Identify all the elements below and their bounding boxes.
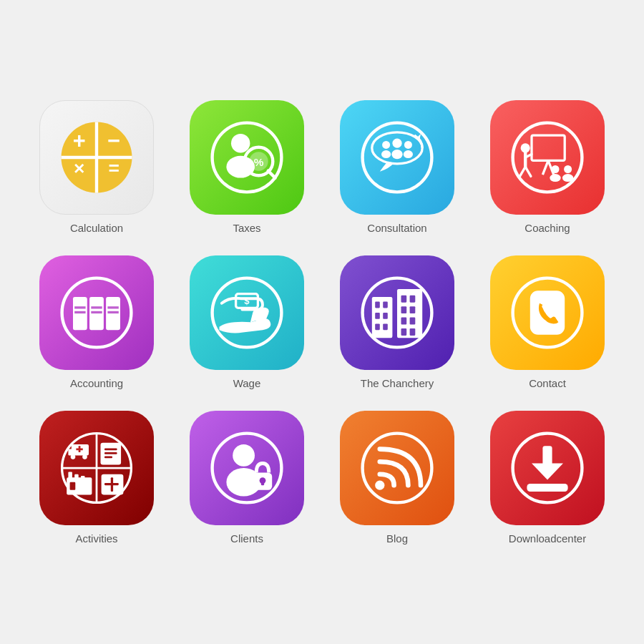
svg-line-13 bbox=[268, 170, 275, 177]
svg-point-98 bbox=[363, 433, 432, 502]
svg-point-34 bbox=[564, 165, 572, 173]
svg-rect-38 bbox=[73, 297, 77, 330]
svg-rect-97 bbox=[261, 480, 264, 485]
app-item-accounting[interactable]: Accounting bbox=[32, 255, 161, 389]
app-item-taxes[interactable]: % Taxes bbox=[182, 100, 311, 234]
icon-taxes[interactable]: % bbox=[190, 100, 304, 215]
app-item-downloadcenter[interactable]: Downloadcenter bbox=[483, 411, 612, 545]
label-downloadcenter: Downloadcenter bbox=[509, 532, 586, 545]
svg-rect-46 bbox=[106, 297, 110, 330]
svg-line-30 bbox=[520, 167, 526, 176]
svg-rect-75 bbox=[68, 449, 74, 455]
svg-text:×: × bbox=[74, 157, 84, 179]
label-wage: Wage bbox=[233, 377, 261, 389]
svg-point-8 bbox=[231, 134, 250, 152]
svg-point-21 bbox=[404, 140, 412, 148]
svg-rect-24 bbox=[532, 135, 565, 160]
svg-point-49 bbox=[213, 278, 282, 347]
svg-rect-81 bbox=[104, 448, 117, 450]
svg-point-19 bbox=[392, 138, 401, 147]
app-item-blog[interactable]: Blog bbox=[333, 411, 462, 545]
svg-rect-57 bbox=[383, 313, 388, 319]
icon-consultation[interactable] bbox=[340, 100, 454, 215]
svg-text:+: + bbox=[73, 127, 86, 152]
svg-rect-40 bbox=[74, 311, 85, 313]
svg-rect-65 bbox=[401, 317, 407, 324]
label-calculation: Calculation bbox=[70, 222, 123, 234]
svg-text:=: = bbox=[108, 157, 119, 179]
svg-rect-70 bbox=[530, 291, 565, 335]
icon-wage[interactable]: $ bbox=[190, 255, 304, 370]
app-item-chanchery[interactable]: The Chanchery bbox=[333, 255, 462, 389]
svg-rect-91 bbox=[104, 482, 119, 484]
app-item-activities[interactable]: Activities bbox=[32, 411, 161, 545]
label-consultation: Consultation bbox=[367, 222, 426, 234]
app-item-wage[interactable]: $ Wage bbox=[182, 255, 311, 389]
svg-rect-58 bbox=[375, 323, 380, 330]
svg-text:%: % bbox=[254, 156, 264, 168]
icon-downloadcenter[interactable] bbox=[490, 411, 605, 525]
svg-text:$: $ bbox=[244, 295, 250, 306]
svg-rect-103 bbox=[527, 484, 567, 492]
label-taxes: Taxes bbox=[233, 222, 260, 234]
svg-rect-66 bbox=[410, 317, 416, 324]
app-item-calculation[interactable]: + − × = Calculation bbox=[32, 100, 161, 234]
svg-text:−: − bbox=[107, 127, 120, 152]
icon-calculation[interactable]: + − × = bbox=[39, 100, 154, 215]
app-item-consultation[interactable]: Consultation bbox=[333, 100, 462, 234]
svg-rect-64 bbox=[410, 306, 416, 313]
app-grid: + − × = Calculation % bbox=[11, 79, 633, 566]
label-clients: Clients bbox=[230, 532, 263, 545]
icon-clients[interactable] bbox=[190, 411, 304, 525]
icon-coaching[interactable] bbox=[490, 100, 605, 215]
svg-rect-43 bbox=[91, 306, 102, 308]
svg-point-99 bbox=[375, 480, 384, 489]
svg-rect-67 bbox=[401, 328, 407, 336]
svg-rect-60 bbox=[397, 289, 422, 338]
svg-point-35 bbox=[562, 174, 573, 182]
icon-accounting[interactable] bbox=[39, 255, 154, 370]
svg-rect-88 bbox=[70, 482, 76, 489]
svg-line-25 bbox=[542, 160, 548, 175]
svg-rect-56 bbox=[375, 313, 380, 319]
svg-rect-79 bbox=[76, 448, 82, 450]
label-chanchery: The Chanchery bbox=[361, 377, 434, 389]
svg-rect-42 bbox=[89, 297, 94, 330]
icon-activities[interactable] bbox=[39, 411, 154, 525]
icon-contact[interactable] bbox=[490, 255, 605, 370]
label-activities: Activities bbox=[75, 532, 117, 545]
svg-point-93 bbox=[233, 444, 255, 467]
svg-line-31 bbox=[525, 167, 531, 176]
svg-rect-53 bbox=[372, 297, 393, 338]
svg-rect-54 bbox=[375, 301, 380, 308]
svg-point-32 bbox=[552, 165, 560, 173]
svg-point-17 bbox=[382, 140, 390, 148]
label-accounting: Accounting bbox=[70, 377, 123, 389]
svg-point-77 bbox=[82, 454, 87, 459]
app-item-coaching[interactable]: Coaching bbox=[483, 100, 612, 234]
svg-point-18 bbox=[381, 150, 391, 158]
label-coaching: Coaching bbox=[525, 222, 570, 234]
svg-rect-62 bbox=[410, 295, 416, 302]
svg-rect-44 bbox=[91, 311, 102, 313]
svg-rect-86 bbox=[74, 474, 79, 481]
svg-rect-85 bbox=[68, 472, 72, 481]
icon-chanchery[interactable] bbox=[340, 255, 454, 370]
label-contact: Contact bbox=[529, 377, 566, 389]
app-item-contact[interactable]: Contact bbox=[483, 255, 612, 389]
svg-rect-48 bbox=[107, 311, 118, 313]
svg-rect-39 bbox=[74, 306, 85, 308]
svg-marker-102 bbox=[532, 463, 563, 479]
svg-rect-83 bbox=[104, 456, 112, 458]
svg-rect-63 bbox=[401, 306, 407, 313]
svg-rect-82 bbox=[104, 452, 117, 454]
label-blog: Blog bbox=[386, 532, 408, 545]
svg-point-33 bbox=[550, 174, 560, 182]
icon-blog[interactable] bbox=[340, 411, 454, 525]
app-item-clients[interactable]: Clients bbox=[182, 411, 311, 545]
svg-rect-47 bbox=[107, 306, 118, 308]
svg-point-20 bbox=[391, 150, 402, 159]
svg-rect-87 bbox=[81, 476, 85, 482]
svg-point-23 bbox=[513, 122, 582, 192]
svg-rect-55 bbox=[383, 301, 388, 308]
